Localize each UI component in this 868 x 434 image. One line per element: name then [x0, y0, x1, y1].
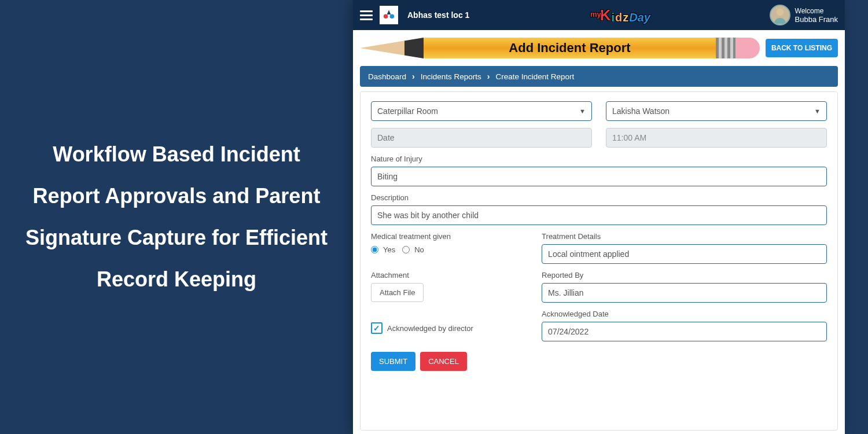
medical-yes-radio[interactable] [371, 246, 378, 253]
time-field[interactable] [606, 128, 827, 148]
brand-my: my [590, 10, 601, 19]
reported-label: Reported By [542, 271, 827, 279]
marketing-headline: Workflow Based Incident Report Approvals… [17, 134, 336, 300]
attachment-label: Attachment [371, 271, 528, 279]
breadcrumb-item-incidents[interactable]: Incidents Reports [421, 72, 481, 81]
avatar [770, 5, 790, 25]
ack-date-input[interactable] [542, 322, 827, 341]
acknowledged-label: Acknowledged by director [387, 324, 473, 333]
svg-point-0 [384, 14, 388, 19]
welcome-label: Welcome [795, 7, 838, 15]
room-select-value: Caterpillar Room [377, 106, 438, 116]
nature-label: Nature of Injury [371, 155, 827, 163]
svg-point-3 [776, 9, 784, 16]
chevron-right-icon: › [412, 72, 415, 81]
app-window: Abhas test loc 1 my KidzDay Welcome Bubb… [353, 0, 845, 434]
room-select[interactable]: Caterpillar Room ▼ [371, 101, 592, 121]
breadcrumb-item-dashboard[interactable]: Dashboard [368, 72, 406, 81]
description-input[interactable] [371, 205, 827, 225]
chevron-down-icon: ▼ [579, 108, 586, 115]
svg-point-1 [390, 14, 395, 19]
user-name: Bubba Frank [795, 15, 838, 24]
chevron-down-icon: ▼ [814, 108, 821, 115]
submit-button[interactable]: SUBMIT [371, 352, 415, 371]
treatment-label: Treatment Details [542, 232, 827, 241]
svg-marker-2 [387, 10, 391, 14]
hamburger-icon[interactable] [360, 10, 373, 20]
incident-form: Caterpillar Room ▼ Lakisha Watson ▼ Nat [360, 91, 838, 431]
back-to-listing-button[interactable]: BACK TO LISTING [766, 39, 838, 57]
pencil-graphic: Add Incident Report [360, 36, 760, 60]
date-field[interactable] [371, 128, 592, 148]
cancel-button[interactable]: CANCEL [420, 352, 467, 371]
medical-no-radio[interactable] [402, 246, 410, 253]
medical-label: Medical treatment given [371, 232, 528, 241]
acknowledged-checkbox[interactable]: ✓ [371, 322, 382, 334]
brand-logo: my KidzDay [476, 6, 762, 24]
treatment-input[interactable] [542, 244, 827, 264]
child-select-value: Lakisha Watson [612, 106, 670, 116]
app-header: Abhas test loc 1 my KidzDay Welcome Bubb… [353, 0, 845, 30]
medical-yes-label: Yes [383, 245, 395, 254]
ack-date-label: Acknowledged Date [542, 310, 827, 318]
app-logo-small[interactable] [380, 6, 398, 24]
chevron-right-icon: › [487, 72, 490, 81]
description-label: Description [371, 193, 827, 202]
page-title: Add Incident Report [424, 41, 716, 56]
breadcrumb: Dashboard › Incidents Reports › Create I… [360, 66, 838, 87]
breadcrumb-item-create[interactable]: Create Incident Report [495, 72, 574, 81]
medical-no-label: No [414, 245, 424, 254]
child-select[interactable]: Lakisha Watson ▼ [606, 101, 827, 121]
user-block[interactable]: Welcome Bubba Frank [770, 5, 838, 25]
nature-input[interactable] [371, 167, 827, 186]
page-banner: Add Incident Report BACK TO LISTING [353, 30, 845, 62]
attach-file-button[interactable]: Attach File [371, 283, 424, 302]
location-name: Abhas test loc 1 [407, 10, 469, 20]
reported-input[interactable] [542, 283, 827, 303]
marketing-panel: Workflow Based Incident Report Approvals… [0, 0, 353, 434]
